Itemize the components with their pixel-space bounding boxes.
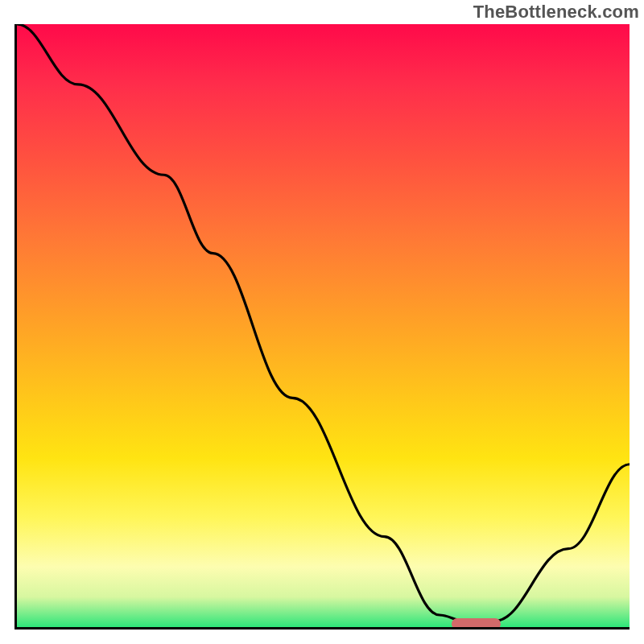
axes-frame [14,24,630,630]
watermark-text: TheBottleneck.com [473,2,639,23]
